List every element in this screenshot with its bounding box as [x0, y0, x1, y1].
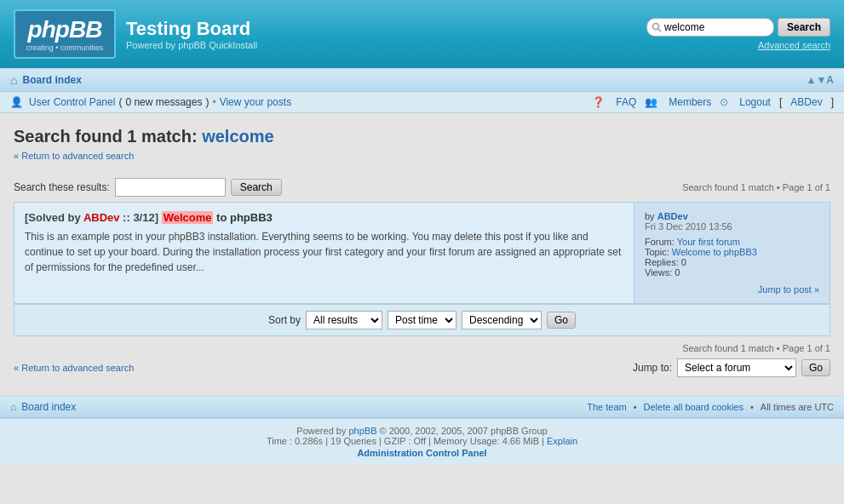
result-forum-link[interactable]: Your first forum	[677, 237, 740, 247]
page-footer: Powered by phpBB © 2000, 2002, 2005, 200…	[0, 418, 844, 465]
result-author: ABDev	[657, 211, 688, 221]
user-nav-bar: 👤 User Control Panel (0 new messages) • …	[0, 92, 844, 113]
return-label: Return to advanced search	[21, 363, 134, 373]
members-icon: 👥	[645, 96, 657, 108]
footer-sep2: •	[750, 402, 754, 412]
logo-box: phpBB creating • communities	[14, 9, 116, 59]
search-row: Search	[646, 18, 830, 37]
search-input[interactable]	[646, 18, 774, 37]
members-link[interactable]: Members	[669, 96, 711, 108]
result-topic-link[interactable]: Welcome to phpBB3	[672, 247, 757, 257]
result-forum-line: Forum: Your first forum	[645, 237, 819, 247]
results-info-top: Search found 1 match • Page 1 of 1	[682, 182, 830, 192]
site-title-area: Testing Board Powered by phpBB QuickInst…	[126, 18, 257, 50]
inline-search-row: Search these results: Search Search foun…	[14, 178, 830, 197]
sort-results-select[interactable]: All results Posts only Topics only	[306, 311, 382, 329]
footer-sep1: •	[634, 402, 637, 412]
jump-to-forum-select[interactable]: Select a forum	[677, 358, 796, 377]
result-views-line: Views: 0	[645, 267, 819, 278]
timezone-label: All times are UTC	[761, 402, 834, 412]
footer-nav-right: The team • Delete all board cookies • Al…	[587, 402, 834, 412]
footer-board-index-link[interactable]: Board index	[21, 401, 76, 413]
title-suffix: to phpBB3	[213, 211, 272, 224]
view-posts-link[interactable]: View your posts	[220, 96, 292, 108]
result-row: [Solved by ABDev :: 3/12] Welcome to php…	[14, 203, 830, 304]
logo-tagline: creating • communities	[26, 43, 104, 52]
inline-search-button[interactable]: Search	[231, 179, 282, 196]
phpbb-link[interactable]: phpBB	[348, 426, 376, 436]
result-views: 0	[675, 267, 680, 278]
result-side: by ABDev Fri 3 Dec 2010 13:56 Forum: You…	[634, 203, 830, 303]
ucp-link[interactable]: User Control Panel	[29, 96, 115, 108]
new-messages-count: (	[118, 96, 122, 108]
user-nav-right: ❓ FAQ 👥 Members ⊙ Logout [ ABDev ]	[592, 96, 834, 108]
admin-control-panel-link[interactable]: Administration Control Panel	[10, 448, 834, 458]
return-advanced-search-link-top[interactable]: Return to advanced search	[14, 151, 134, 161]
result-date: Fri 3 Dec 2010 13:56	[645, 221, 819, 232]
explain-link[interactable]: Explain	[547, 436, 577, 446]
search-area: Search Advanced search	[646, 18, 830, 50]
new-messages-text: 0 new messages	[125, 96, 202, 108]
username-link[interactable]: ABDev	[790, 96, 822, 108]
delete-cookies-link[interactable]: Delete all board cookies	[644, 402, 744, 412]
header: phpBB creating • communities Testing Boa…	[0, 0, 844, 68]
jump-to-area: Jump to: Select a forum Go	[633, 358, 830, 377]
breadcrumb: ⌂ Board index	[10, 73, 82, 87]
advanced-search-link[interactable]: Advanced search	[758, 40, 830, 50]
results-container: [Solved by ABDev :: 3/12] Welcome to php…	[14, 202, 830, 305]
faq-icon: ❓	[592, 96, 605, 108]
logo-area: phpBB creating • communities Testing Boa…	[14, 9, 257, 59]
result-excerpt: This is an example post in your phpBB3 i…	[25, 229, 623, 275]
site-subtitle: Powered by phpBB QuickInstall	[126, 40, 257, 50]
main-content: Search found 1 match: welcome Return to …	[0, 113, 844, 396]
jump-go-button[interactable]: Go	[801, 359, 830, 376]
user-nav-left: 👤 User Control Panel (0 new messages) • …	[10, 96, 291, 108]
abdev-prefix: ABDev	[83, 211, 120, 224]
result-main: [Solved by ABDev :: 3/12] Welcome to php…	[14, 203, 634, 303]
user-icon: 👤	[10, 96, 23, 108]
footer-breadcrumb-left: ⌂ Board index	[10, 401, 76, 413]
sort-time-select[interactable]: Post time Subject Author	[388, 311, 456, 329]
return-advanced-search-link-bottom[interactable]: « Return to advanced search	[14, 363, 134, 373]
result-title: [Solved by ABDev :: 3/12] Welcome to php…	[25, 211, 623, 224]
home-icon: ⌂	[10, 73, 17, 87]
results-info-bottom: Search found 1 match • Page 1 of 1	[682, 343, 830, 353]
username-bracket: [	[779, 96, 782, 108]
search-button[interactable]: Search	[778, 18, 830, 37]
site-title: Testing Board	[126, 18, 257, 40]
footer-powered-by: Powered by phpBB © 2000, 2002, 2005, 200…	[10, 426, 834, 436]
bottom-results-info: Search found 1 match • Page 1 of 1	[14, 343, 830, 353]
heading-prefix: Search found 1 match:	[14, 127, 198, 146]
result-replies-line: Replies: 0	[645, 257, 819, 267]
bottom-nav-row: « Return to advanced search Jump to: Sel…	[14, 358, 830, 377]
solved-suffix: :: 3/12]	[120, 211, 162, 224]
breadcrumb-board-index[interactable]: Board index	[22, 74, 81, 86]
inline-search-label: Search these results:	[14, 181, 110, 193]
inline-search-left: Search these results: Search	[14, 178, 282, 197]
sort-bar: Sort by All results Posts only Topics on…	[14, 305, 830, 336]
result-author-line: by ABDev	[645, 211, 819, 221]
return-arrow: «	[14, 363, 21, 373]
logout-link[interactable]: Logout	[739, 96, 771, 108]
footer-stats: Time : 0.286s | 19 Queries | GZIP : Off …	[10, 436, 834, 446]
result-replies: 0	[681, 257, 686, 267]
sort-by-label: Sort by	[268, 314, 301, 326]
highlight-term: Welcome	[162, 211, 214, 224]
footer-breadcrumb: ⌂ Board index The team • Delete all boar…	[0, 396, 844, 418]
font-size-control[interactable]: ▲▼A	[807, 74, 834, 86]
logo-text: phpBB	[28, 16, 102, 43]
page-heading: Search found 1 match: welcome	[14, 127, 830, 146]
breadcrumb-bar: ⌂ Board index ▲▼A	[0, 68, 844, 92]
jump-to-label: Jump to:	[633, 362, 672, 374]
faq-link[interactable]: FAQ	[616, 96, 636, 108]
nav-separator: •	[212, 96, 215, 108]
team-link[interactable]: The team	[587, 402, 626, 412]
jump-to-post-link[interactable]: Jump to post »	[645, 284, 819, 295]
logout-icon: ⊙	[720, 96, 728, 108]
sort-order-select[interactable]: Descending Ascending	[462, 311, 542, 329]
search-term-heading: welcome	[202, 127, 273, 146]
inline-search-input[interactable]	[115, 178, 226, 197]
footer-home-icon: ⌂	[10, 401, 16, 413]
sort-go-button[interactable]: Go	[547, 312, 576, 329]
result-topic-line: Topic: Welcome to phpBB3	[645, 247, 819, 257]
